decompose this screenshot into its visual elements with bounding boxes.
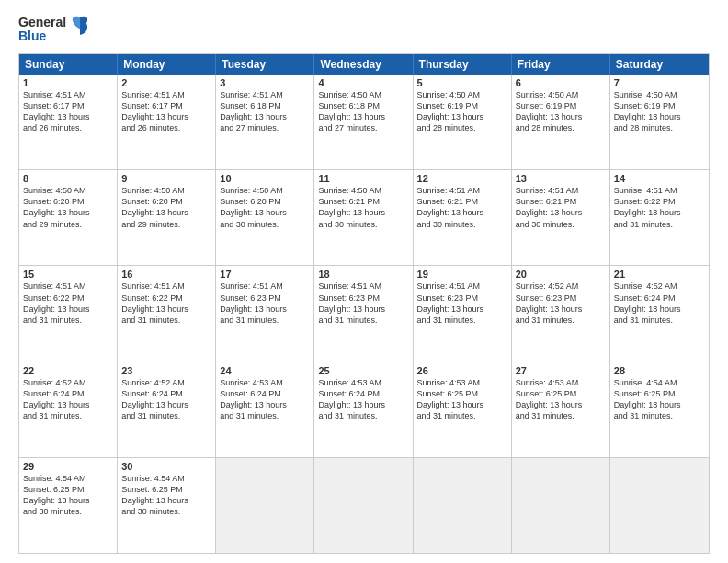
day-number: 26 [417, 365, 507, 376]
cell-info: Sunrise: 4:51 AM Sunset: 6:23 PM Dayligh… [220, 281, 310, 326]
week-row-2: 8Sunrise: 4:50 AM Sunset: 6:20 PM Daylig… [19, 170, 709, 266]
table-row: 13Sunrise: 4:51 AM Sunset: 6:21 PM Dayli… [512, 170, 610, 265]
cell-info: Sunrise: 4:51 AM Sunset: 6:22 PM Dayligh… [23, 281, 113, 326]
cell-info: Sunrise: 4:54 AM Sunset: 6:25 PM Dayligh… [614, 377, 705, 422]
week-row-3: 15Sunrise: 4:51 AM Sunset: 6:22 PM Dayli… [19, 266, 709, 362]
table-row: 21Sunrise: 4:52 AM Sunset: 6:24 PM Dayli… [610, 266, 709, 361]
cell-info: Sunrise: 4:50 AM Sunset: 6:19 PM Dayligh… [417, 89, 507, 134]
day-number: 14 [614, 173, 705, 184]
table-row: 16Sunrise: 4:51 AM Sunset: 6:22 PM Dayli… [118, 266, 216, 361]
cell-info: Sunrise: 4:51 AM Sunset: 6:18 PM Dayligh… [220, 89, 310, 134]
table-row: 10Sunrise: 4:50 AM Sunset: 6:20 PM Dayli… [216, 170, 314, 265]
table-row: 22Sunrise: 4:52 AM Sunset: 6:24 PM Dayli… [19, 362, 118, 457]
table-row: 18Sunrise: 4:51 AM Sunset: 6:23 PM Dayli… [314, 266, 413, 361]
table-row: 25Sunrise: 4:53 AM Sunset: 6:24 PM Dayli… [314, 362, 413, 457]
table-row: 3Sunrise: 4:51 AM Sunset: 6:18 PM Daylig… [216, 75, 314, 169]
day-number: 9 [121, 173, 211, 184]
col-thursday: Thursday [414, 54, 512, 75]
table-row: 24Sunrise: 4:53 AM Sunset: 6:24 PM Dayli… [216, 362, 314, 457]
page: General Blue Sunday Monday Tuesday Wedne… [0, 0, 728, 563]
logo: General Blue [18, 15, 92, 44]
logo-bird-icon [68, 15, 92, 42]
cell-info: Sunrise: 4:52 AM Sunset: 6:24 PM Dayligh… [23, 377, 113, 422]
cell-info: Sunrise: 4:50 AM Sunset: 6:19 PM Dayligh… [516, 89, 606, 134]
calendar-header: Sunday Monday Tuesday Wednesday Thursday… [19, 54, 709, 75]
col-sunday: Sunday [19, 54, 118, 75]
table-row: 5Sunrise: 4:50 AM Sunset: 6:19 PM Daylig… [414, 75, 512, 169]
header: General Blue [18, 15, 710, 44]
day-number: 12 [417, 173, 507, 184]
cell-info: Sunrise: 4:50 AM Sunset: 6:21 PM Dayligh… [318, 185, 408, 230]
cell-info: Sunrise: 4:50 AM Sunset: 6:20 PM Dayligh… [23, 185, 113, 230]
table-row: 2Sunrise: 4:51 AM Sunset: 6:17 PM Daylig… [118, 75, 216, 169]
col-saturday: Saturday [610, 54, 709, 75]
table-row: 12Sunrise: 4:51 AM Sunset: 6:21 PM Dayli… [414, 170, 512, 265]
day-number: 6 [516, 77, 606, 88]
day-number: 27 [516, 365, 606, 376]
cell-info: Sunrise: 4:50 AM Sunset: 6:20 PM Dayligh… [220, 185, 310, 230]
table-row: 7Sunrise: 4:50 AM Sunset: 6:19 PM Daylig… [610, 75, 709, 169]
table-row: 26Sunrise: 4:53 AM Sunset: 6:25 PM Dayli… [414, 362, 512, 457]
table-row: 4Sunrise: 4:50 AM Sunset: 6:18 PM Daylig… [314, 75, 413, 169]
table-row: 11Sunrise: 4:50 AM Sunset: 6:21 PM Dayli… [314, 170, 413, 265]
day-number: 7 [614, 77, 705, 88]
cell-info: Sunrise: 4:53 AM Sunset: 6:24 PM Dayligh… [220, 377, 310, 422]
cell-info: Sunrise: 4:50 AM Sunset: 6:20 PM Dayligh… [121, 185, 211, 230]
table-row: 6Sunrise: 4:50 AM Sunset: 6:19 PM Daylig… [512, 75, 610, 169]
table-row: 20Sunrise: 4:52 AM Sunset: 6:23 PM Dayli… [512, 266, 610, 361]
day-number: 3 [220, 77, 310, 88]
week-row-5: 29Sunrise: 4:54 AM Sunset: 6:25 PM Dayli… [19, 458, 709, 553]
cell-info: Sunrise: 4:51 AM Sunset: 6:23 PM Dayligh… [417, 281, 507, 326]
day-number: 20 [516, 269, 606, 280]
cell-info: Sunrise: 4:51 AM Sunset: 6:17 PM Dayligh… [121, 89, 211, 134]
table-row [512, 458, 610, 553]
cell-info: Sunrise: 4:51 AM Sunset: 6:21 PM Dayligh… [516, 185, 606, 230]
cell-info: Sunrise: 4:54 AM Sunset: 6:25 PM Dayligh… [121, 473, 211, 518]
cell-info: Sunrise: 4:51 AM Sunset: 6:17 PM Dayligh… [23, 89, 113, 134]
day-number: 5 [417, 77, 507, 88]
table-row [216, 458, 314, 553]
cell-info: Sunrise: 4:53 AM Sunset: 6:25 PM Dayligh… [516, 377, 606, 422]
day-number: 1 [23, 77, 113, 88]
logo-blue: Blue [18, 29, 66, 43]
day-number: 4 [318, 77, 408, 88]
table-row: 19Sunrise: 4:51 AM Sunset: 6:23 PM Dayli… [414, 266, 512, 361]
cell-info: Sunrise: 4:51 AM Sunset: 6:22 PM Dayligh… [614, 185, 705, 230]
col-tuesday: Tuesday [216, 54, 314, 75]
cell-info: Sunrise: 4:51 AM Sunset: 6:23 PM Dayligh… [318, 281, 408, 326]
cell-info: Sunrise: 4:53 AM Sunset: 6:25 PM Dayligh… [417, 377, 507, 422]
day-number: 23 [121, 365, 211, 376]
col-friday: Friday [512, 54, 610, 75]
col-monday: Monday [118, 54, 216, 75]
col-wednesday: Wednesday [314, 54, 413, 75]
table-row: 8Sunrise: 4:50 AM Sunset: 6:20 PM Daylig… [19, 170, 118, 265]
week-row-1: 1Sunrise: 4:51 AM Sunset: 6:17 PM Daylig… [19, 75, 709, 170]
cell-info: Sunrise: 4:51 AM Sunset: 6:22 PM Dayligh… [121, 281, 211, 326]
table-row [610, 458, 709, 553]
day-number: 11 [318, 173, 408, 184]
cell-info: Sunrise: 4:50 AM Sunset: 6:19 PM Dayligh… [614, 89, 705, 134]
table-row: 23Sunrise: 4:52 AM Sunset: 6:24 PM Dayli… [118, 362, 216, 457]
table-row [414, 458, 512, 553]
table-row: 27Sunrise: 4:53 AM Sunset: 6:25 PM Dayli… [512, 362, 610, 457]
day-number: 24 [220, 365, 310, 376]
calendar-body: 1Sunrise: 4:51 AM Sunset: 6:17 PM Daylig… [19, 75, 709, 553]
day-number: 28 [614, 365, 705, 376]
week-row-4: 22Sunrise: 4:52 AM Sunset: 6:24 PM Dayli… [19, 362, 709, 458]
day-number: 29 [23, 461, 113, 472]
table-row: 14Sunrise: 4:51 AM Sunset: 6:22 PM Dayli… [610, 170, 709, 265]
table-row: 29Sunrise: 4:54 AM Sunset: 6:25 PM Dayli… [19, 458, 118, 553]
day-number: 13 [516, 173, 606, 184]
day-number: 21 [614, 269, 705, 280]
cell-info: Sunrise: 4:51 AM Sunset: 6:21 PM Dayligh… [417, 185, 507, 230]
day-number: 10 [220, 173, 310, 184]
cell-info: Sunrise: 4:54 AM Sunset: 6:25 PM Dayligh… [23, 473, 113, 518]
table-row: 9Sunrise: 4:50 AM Sunset: 6:20 PM Daylig… [118, 170, 216, 265]
cell-info: Sunrise: 4:53 AM Sunset: 6:24 PM Dayligh… [318, 377, 408, 422]
logo-wrapper: General Blue [18, 15, 92, 44]
table-row: 1Sunrise: 4:51 AM Sunset: 6:17 PM Daylig… [19, 75, 118, 169]
day-number: 15 [23, 269, 113, 280]
cell-info: Sunrise: 4:52 AM Sunset: 6:24 PM Dayligh… [121, 377, 211, 422]
day-number: 16 [121, 269, 211, 280]
day-number: 17 [220, 269, 310, 280]
